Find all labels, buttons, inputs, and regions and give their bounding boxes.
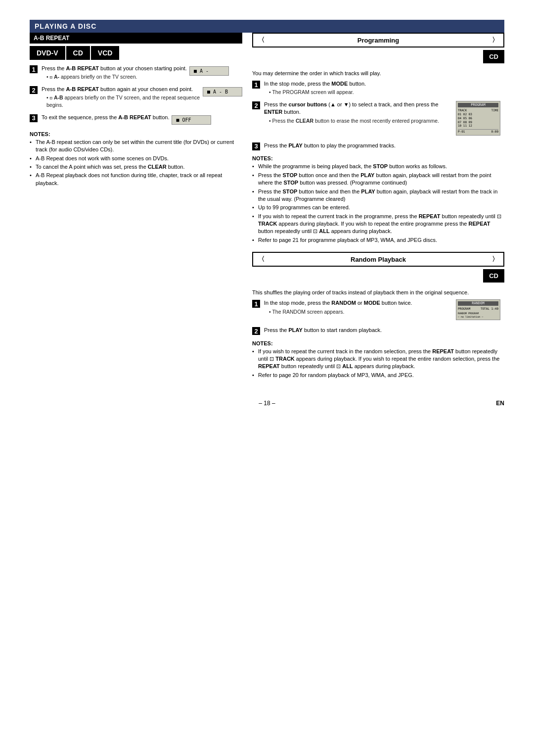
ab-note-2: A-B Repeat does not work with some scene… — [30, 155, 242, 162]
random-playback-header: Random Playback — [252, 252, 504, 267]
prog-note-4: Up to 99 programmes can be entered. — [252, 204, 504, 211]
lcd-display-a: ■ A - — [189, 66, 229, 76]
programming-header: Programming — [252, 33, 504, 47]
ab-step-1: 1 Press the A-B REPEAT button at your ch… — [30, 65, 242, 82]
random-intro: This shuffles the playing order of track… — [252, 289, 504, 295]
prog-note-3: Press the STOP button twice and then the… — [252, 188, 504, 203]
random-note-1: If you wish to repeat the current track … — [252, 348, 504, 371]
random-format-cd: CD — [483, 269, 504, 283]
format-cd-left: CD — [66, 46, 90, 60]
prog-step-3: 3 Press the PLAY button to play the prog… — [252, 142, 504, 150]
random-playback-section: Random Playback CD This shuffles the pla… — [252, 252, 504, 379]
prog-note-1: While the programme is being played back… — [252, 163, 504, 170]
ab-step-3: 3 To exit the sequence, press the A-B RE… — [30, 114, 242, 126]
random-notes: NOTES: If you wish to repeat the current… — [252, 340, 504, 379]
prog-step-2: 2 PROGRAM TRACKTIME 01 02 03 04 05 06 07… — [252, 101, 504, 138]
programming-format-cd: CD — [483, 50, 504, 63]
ab-repeat-header: A-B REPEAT — [30, 33, 242, 44]
ab-repeat-notes: NOTES: The A-B repeat section can only b… — [30, 131, 242, 187]
program-screen-display: PROGRAM TRACKTIME 01 02 03 04 05 06 07 0… — [456, 101, 500, 136]
right-column: Programming CD You may determine the ord… — [252, 33, 504, 380]
page-title: PLAYING A DISC — [35, 22, 96, 30]
programming-section: Programming CD You may determine the ord… — [252, 33, 504, 244]
ab-note-3: To cancel the A point which was set, pre… — [30, 163, 242, 171]
prog-note-5: If you wish to repeat the current track … — [252, 213, 504, 236]
prog-note-2: Press the STOP button once and then the … — [252, 172, 504, 187]
language-label: EN — [496, 400, 504, 407]
random-screen-display: RANDOM PROGRAMTOTAL 1:40 RANDOM PROGRAM … — [456, 299, 500, 320]
format-row-left: DVD-V CD VCD — [30, 46, 242, 60]
format-dvdv: DVD-V — [30, 46, 65, 60]
left-column: A-B REPEAT DVD-V CD VCD 1 Press the A-B … — [30, 33, 242, 380]
page-number: – 18 – — [259, 400, 275, 407]
playing-a-disc-header: PLAYING A DISC — [30, 20, 504, 33]
format-vcd: VCD — [91, 46, 120, 60]
ab-step-2: 2 Press the A-B REPEAT button again at y… — [30, 86, 242, 110]
prog-step-1: 1 In the stop mode, press the MODE butto… — [252, 80, 504, 97]
programming-intro: You may determine the order in which tra… — [252, 70, 504, 76]
random-note-2: Refer to page 20 for random playback of … — [252, 372, 504, 379]
random-step-1: 1 RANDOM PROGRAMTOTAL 1:40 RANDOM PROGRA… — [252, 299, 504, 323]
ab-note-1: The A-B repeat section can only be set w… — [30, 139, 242, 154]
ab-notes-list: The A-B repeat section can only be set w… — [30, 139, 242, 187]
prog-note-6: Refer to page 21 for programme playback … — [252, 236, 504, 244]
lcd-display-ab: ■ A - B — [203, 87, 242, 96]
lcd-display-off: ■ OFF — [172, 115, 211, 125]
ab-note-4: A-B Repeat playback does not function du… — [30, 172, 242, 187]
page-footer: – 18 – EN — [30, 400, 504, 407]
programming-notes: NOTES: While the programme is being play… — [252, 155, 504, 244]
random-step-2: 2 Press the PLAY button to start random … — [252, 327, 504, 335]
